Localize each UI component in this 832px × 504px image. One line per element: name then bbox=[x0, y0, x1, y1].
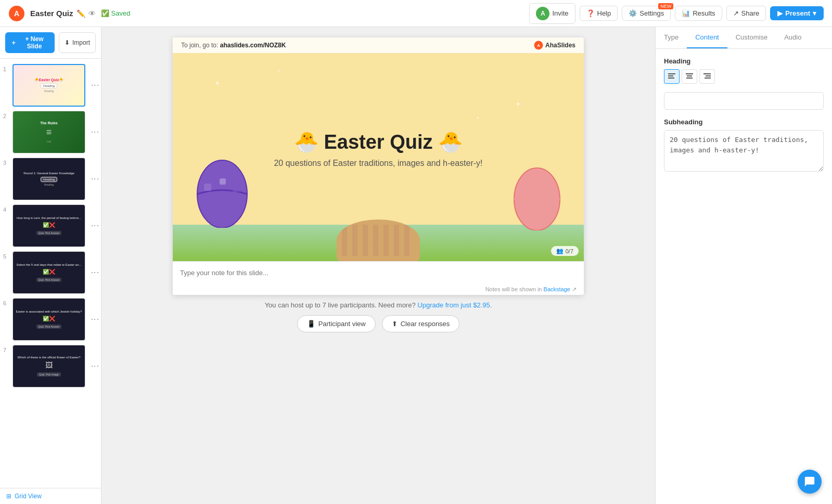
participants-count: 0/7 bbox=[566, 248, 573, 254]
svg-rect-18 bbox=[706, 75, 711, 76]
slide-item[interactable]: 6 Easter is associated with which Jewish… bbox=[0, 296, 101, 343]
slide-thumb-label: Easter is associated with which Jewish h… bbox=[16, 310, 82, 314]
subheading-textarea[interactable]: 20 questions of Easter traditions, image… bbox=[664, 130, 824, 172]
slide-options-icon[interactable]: ⋮ bbox=[90, 128, 100, 136]
clear-responses-button[interactable]: ⬆ Clear responses bbox=[382, 315, 460, 332]
import-icon: ⬇ bbox=[65, 39, 70, 46]
align-right-button[interactable] bbox=[699, 69, 715, 84]
title-area: Easter Quiz ✏️ 👁 bbox=[30, 9, 96, 18]
upgrade-text: You can host up to 7 live participants. … bbox=[265, 301, 416, 309]
tab-content[interactable]: Content bbox=[687, 27, 727, 48]
sparkle-icon: ✦ bbox=[277, 69, 280, 73]
slide-item[interactable]: 1 🐣Easter Quiz🐣 Heading Heading ⋮ bbox=[0, 62, 101, 109]
slide-type-label: List bbox=[47, 140, 51, 143]
heading-input[interactable]: 🐣Easter Quiz🐣 bbox=[664, 92, 824, 110]
settings-button[interactable]: ⚙️ Settings NEW bbox=[622, 6, 671, 21]
slide-number: 7 bbox=[3, 345, 10, 353]
join-prefix: To join, go to: ahaslides.com/NOZ8K bbox=[181, 42, 286, 49]
slide-item[interactable]: 7 Which of these is the official flower … bbox=[0, 343, 101, 390]
slide-heading-label: Heading bbox=[44, 89, 54, 93]
saved-label: Saved bbox=[111, 9, 131, 17]
slide-item[interactable]: 2 The Rules ≡ List ⋮ bbox=[0, 109, 101, 156]
help-label: Help bbox=[597, 9, 611, 17]
list-icon: ≡ bbox=[46, 127, 52, 138]
right-panel: Type Content Customise Audio Heading bbox=[655, 27, 832, 504]
backstage-link[interactable]: Backstage bbox=[544, 286, 570, 292]
slide-options-icon[interactable]: ⋮ bbox=[90, 315, 100, 324]
svg-rect-8 bbox=[233, 185, 239, 192]
edit-title-icon[interactable]: ✏️ bbox=[76, 9, 85, 18]
slide-thumb-label: Which of these is the official flower of… bbox=[18, 356, 81, 360]
sparkle-icon: ✦ bbox=[515, 100, 521, 108]
slide-type-badge: Heading bbox=[41, 83, 57, 88]
slide-thumbnail: Which of these is the official flower of… bbox=[12, 345, 85, 387]
main-slide: To join, go to: ahaslides.com/NOZ8K A Ah… bbox=[173, 37, 584, 261]
slide-options-icon[interactable]: ⋮ bbox=[90, 268, 100, 277]
action-buttons: 📱 Participant view ⬆ Clear responses bbox=[173, 315, 584, 332]
slide-thumbnail: 🐣Easter Quiz🐣 Heading Heading bbox=[12, 64, 85, 107]
slide-thumb-content: 🐣Easter Quiz🐣 Heading Heading bbox=[14, 65, 84, 106]
slide-options-icon[interactable]: ⋮ bbox=[90, 362, 100, 370]
slide-number: 2 bbox=[3, 111, 10, 119]
grid-view-label: Grid View bbox=[15, 493, 42, 500]
results-button[interactable]: 📊 Results bbox=[675, 6, 722, 21]
tab-audio[interactable]: Audio bbox=[776, 27, 810, 48]
slide-options-icon[interactable]: ⋮ bbox=[90, 175, 100, 183]
tab-customise[interactable]: Customise bbox=[727, 27, 776, 48]
slide-item[interactable]: 4 How long is Lent, the period of fastin… bbox=[0, 202, 101, 249]
align-left-button[interactable] bbox=[664, 69, 680, 84]
slide-subtitle: 20 questions of Easter traditions, image… bbox=[274, 159, 482, 168]
plus-icon: ＋ bbox=[10, 38, 17, 47]
egg-right bbox=[511, 163, 563, 232]
results-icon: 📊 bbox=[682, 9, 690, 17]
slide-thumbnail: The Rules ≡ List bbox=[12, 111, 85, 153]
align-center-icon bbox=[686, 73, 693, 80]
upload-icon: ⬆ bbox=[392, 320, 398, 328]
slide-thumb-label: Round 1: General Easter Knowledge bbox=[23, 172, 74, 176]
slide-notes-input[interactable] bbox=[173, 261, 584, 284]
slide-item[interactable]: 5 Select the 5 real days that relate to … bbox=[0, 249, 101, 296]
slide-type-badge: Quiz: Pick Answer bbox=[36, 278, 61, 282]
help-button[interactable]: ❓ Help bbox=[580, 6, 618, 21]
slide-heading-sublabel: Heading bbox=[44, 183, 54, 186]
slide-main-title: 🐣 Easter Quiz 🐣 bbox=[294, 131, 463, 153]
tab-type[interactable]: Type bbox=[656, 27, 687, 48]
new-slide-button[interactable]: ＋ + New Slide bbox=[5, 32, 55, 53]
preview-icon[interactable]: 👁 bbox=[88, 9, 96, 18]
align-center-button[interactable] bbox=[682, 69, 697, 84]
svg-rect-19 bbox=[705, 77, 711, 79]
results-label: Results bbox=[693, 9, 715, 17]
svg-rect-16 bbox=[686, 77, 693, 79]
chat-bubble-button[interactable] bbox=[798, 470, 822, 494]
share-button[interactable]: ↗ Share bbox=[726, 6, 766, 21]
invite-button[interactable]: A Invite bbox=[529, 3, 575, 24]
slide-options-icon[interactable]: ⋮ bbox=[90, 81, 100, 89]
settings-icon: ⚙️ bbox=[629, 9, 637, 17]
svg-rect-11 bbox=[668, 73, 675, 74]
content-area: To join, go to: ahaslides.com/NOZ8K A Ah… bbox=[101, 27, 655, 504]
play-icon: ▶ bbox=[777, 9, 783, 17]
upgrade-link[interactable]: Upgrade from just $2.95. bbox=[417, 301, 492, 309]
help-icon: ❓ bbox=[586, 9, 595, 17]
slide-options-icon[interactable]: ⋮ bbox=[90, 222, 100, 230]
import-button[interactable]: ⬇ Import bbox=[59, 32, 96, 53]
slide-join-bar: To join, go to: ahaslides.com/NOZ8K A Ah… bbox=[173, 37, 584, 53]
presentation-title: Easter Quiz bbox=[30, 9, 73, 18]
basket bbox=[337, 219, 420, 261]
panel-tabs: Type Content Customise Audio bbox=[656, 27, 832, 49]
upgrade-notice: You can host up to 7 live participants. … bbox=[173, 301, 584, 309]
slide-number: 5 bbox=[3, 251, 10, 260]
slide-thumbnail: Round 1: General Easter Knowledge Headin… bbox=[12, 158, 85, 200]
participant-view-button[interactable]: 📱 Participant view bbox=[297, 315, 376, 332]
slide-thumb-label: How long is Lent, the period of fasting … bbox=[17, 216, 81, 221]
svg-rect-15 bbox=[687, 75, 692, 76]
slide-thumbnail: Easter is associated with which Jewish h… bbox=[12, 298, 85, 341]
slides-sidebar: ＋ + New Slide ⬇ Import 1 🐣Easter Quiz🐣 H… bbox=[0, 27, 101, 504]
slide-item[interactable]: 3 Round 1: General Easter Knowledge Head… bbox=[0, 156, 101, 202]
ahaslides-logo-icon: A bbox=[8, 5, 25, 22]
new-slide-label: + New Slide bbox=[19, 35, 49, 50]
present-button[interactable]: ▶ Present ▾ bbox=[770, 6, 824, 20]
slide-canvas: To join, go to: ahaslides.com/NOZ8K A Ah… bbox=[173, 37, 584, 295]
svg-text:A: A bbox=[14, 9, 19, 18]
grid-view-button[interactable]: ⊞ Grid View bbox=[0, 488, 101, 504]
